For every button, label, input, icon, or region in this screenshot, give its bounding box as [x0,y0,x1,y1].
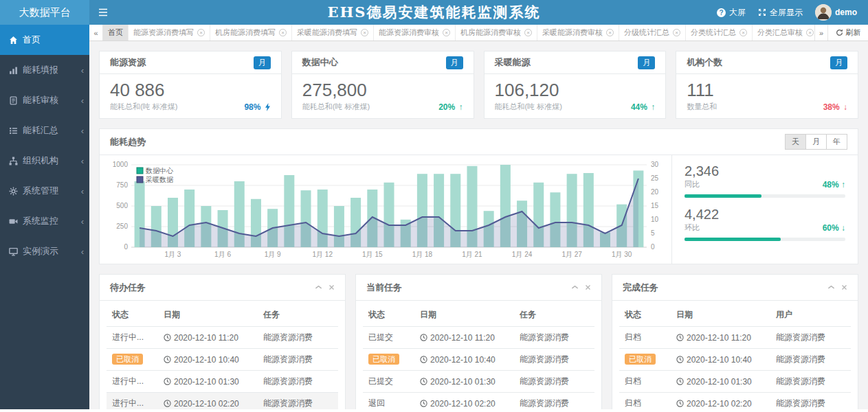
tab-2[interactable]: 机房能源消费填写× [210,25,292,41]
clock-icon [164,400,171,407]
bigscreen-button[interactable]: ? 大屏 [717,7,746,19]
sidebar-item-label: 能耗审核 [23,94,58,106]
side-stat-progress [685,194,845,198]
avatar [815,4,832,21]
month-badge[interactable]: 月 [830,56,847,69]
tab-close-icon[interactable]: × [806,29,814,36]
user-menu[interactable]: demo [815,4,857,21]
tab-7[interactable]: 分级统计汇总× [619,25,686,41]
tab-6[interactable]: 采暖能源消费审核× [537,25,619,41]
sidebar-item-label: 组织机构 [23,154,58,167]
collapse-icon[interactable] [315,284,322,291]
table-row[interactable]: 已取消 2020-12-10 10:40 能源资源消费 [363,349,594,371]
sidebar-item-label: 能耗填报 [23,64,58,76]
stat-card-label: 能耗总和(吨 标准煤) [110,102,177,112]
month-badge[interactable]: 月 [446,56,463,69]
svg-text:750: 750 [116,181,128,189]
tab-3[interactable]: 采暖能源消费填写× [292,25,374,41]
stat-card-percent: 44% ↑ [631,102,655,112]
tab-close-icon[interactable]: × [673,29,680,36]
trend-side-stats: 2,346 同比 48% ↑ 4,422 环比 60% ↓ [671,155,858,264]
navbar-right: ? 大屏 全屏显示 demo [717,4,868,21]
range-button-年[interactable]: 年 [826,134,847,150]
sidebar-item-7[interactable]: 实例演示‹ [0,236,89,266]
sidebar-item-2[interactable]: 能耗审核‹ [0,85,89,115]
tab-close-icon[interactable]: × [524,29,532,36]
stat-card-label: 数量总和 [687,102,717,112]
range-button-月[interactable]: 月 [805,134,827,150]
tab-close-icon[interactable]: × [197,29,205,36]
chevron-left-icon: ‹ [81,247,84,257]
fullscreen-icon [758,8,766,16]
svg-text:1月 30: 1月 30 [612,251,632,258]
table-header: 状态 [107,304,160,327]
tab-close-icon[interactable]: × [279,29,287,36]
app-logo[interactable]: 大数据平台 [0,0,89,25]
task-table: 状态日期任务 已提交 2020-12-10 11:20 能源资源消费 已取消 2… [363,304,594,412]
sidebar-item-1[interactable]: 能耗填报‹ [0,55,89,85]
side-stat-1: 4,422 环比 60% ↓ [685,207,845,241]
tab-9[interactable]: 分类汇总审核× [753,25,814,41]
sitemap-icon [9,157,18,165]
table-row[interactable]: 进行中... 2020-12-10 11:20 能源资源消费 [107,327,338,349]
camera-icon [9,217,18,226]
close-icon[interactable] [585,284,591,290]
stat-card-percent: 98% [244,102,270,112]
chevron-left-icon: ‹ [81,186,84,196]
range-button-天[interactable]: 天 [785,134,806,150]
main-content: 能源资源 月 40 886 能耗总和(吨 标准煤) 98% 数据中心 月 275… [89,41,868,409]
sidebar-item-3[interactable]: 能耗汇总‹ [0,115,89,146]
sidebar-item-5[interactable]: 系统管理‹ [0,176,89,206]
svg-text:1月 9: 1月 9 [265,251,281,258]
tabs-scroll-right-button[interactable]: » [814,25,828,41]
stat-card-value: 106,120 [495,80,656,101]
fullscreen-button[interactable]: 全屏显示 [758,7,803,19]
stat-cards-row: 能源资源 月 40 886 能耗总和(吨 标准煤) 98% 数据中心 月 275… [99,51,858,119]
tab-4[interactable]: 能源资源消费审核× [374,25,456,41]
sidebar-item-label: 系统监控 [23,215,58,227]
task-panel-title: 完成任务 [623,282,658,294]
top-navbar: 大数据平台 EHS德易安建筑能耗监测系统 ? 大屏 全屏显示 [0,0,868,25]
tab-5[interactable]: 机房能源消费审核× [456,25,537,41]
sidebar-item-0[interactable]: 首页 [0,25,89,55]
side-stat-progress [685,238,845,241]
side-stat-value: 4,422 [685,207,845,222]
tab-close-icon[interactable]: × [606,29,614,36]
table-header: 日期 [160,304,260,327]
table-row[interactable]: 进行中... 2020-12-10 01:30 能源资源消费 [107,371,338,393]
tab-8[interactable]: 分类统计汇总× [686,25,753,41]
clock-icon [164,378,171,385]
month-badge[interactable]: 月 [638,56,655,69]
collapse-icon[interactable] [571,284,579,291]
tab-close-icon[interactable]: × [739,29,747,36]
tab-close-icon[interactable]: × [361,29,368,36]
table-row[interactable]: 已提交 2020-12-10 11:20 能源资源消费 [363,327,594,349]
table-row[interactable]: 已取消 2020-12-10 10:40 能源资源消费 [619,349,851,371]
clock-icon [676,400,684,407]
sidebar-item-4[interactable]: 组织机构‹ [0,146,89,176]
bolt-icon [265,103,271,111]
stat-card-label: 能耗总和(吨 标准煤) [302,102,370,112]
collapse-icon[interactable] [827,284,835,291]
footer-strip [0,409,868,412]
table-row[interactable]: 归档 2020-12-10 11:20 能源资源消费 [619,327,851,349]
tab-close-icon[interactable]: × [443,29,450,36]
table-row[interactable]: 已提交 2020-12-10 01:30 能源资源消费 [363,371,594,393]
refresh-button[interactable]: 刷新 [828,25,868,41]
svg-text:1月 12: 1月 12 [312,251,333,258]
close-icon[interactable] [329,284,335,290]
sidebar-item-6[interactable]: 系统监控‹ [0,206,89,236]
stat-card-title: 机构个数 [687,56,722,69]
tabs-scroll-left-button[interactable]: « [89,25,103,41]
refresh-icon [836,29,843,36]
month-badge[interactable]: 月 [254,56,271,69]
tab-0[interactable]: 首页 [103,25,129,41]
status-badge: 已取消 [368,354,399,365]
tab-1[interactable]: 能源资源消费填写× [129,25,210,41]
svg-text:500: 500 [116,202,128,209]
chevron-left-icon: ‹ [81,156,84,166]
table-row[interactable]: 已取消 2020-12-10 10:40 能源资源消费 [107,349,338,371]
table-row[interactable]: 归档 2020-12-10 01:30 能源资源消费 [619,371,851,393]
sidebar-toggle-button[interactable] [89,0,117,25]
close-icon[interactable] [841,284,847,290]
